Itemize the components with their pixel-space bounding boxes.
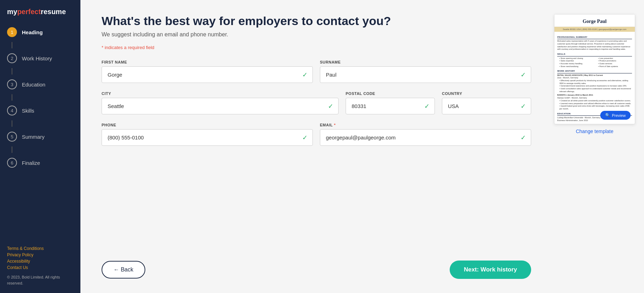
contact-form: FIRST NAME ✓ SURNAME ✓ CITY ✓ (102, 60, 531, 246)
sidebar-label-skills: Skills (22, 108, 34, 114)
sidebar-item-finalize[interactable]: 6 Finalize (0, 153, 80, 173)
city-group: CITY ✓ (102, 91, 339, 114)
resume-work-history-title: WORK HISTORY (557, 70, 632, 73)
country-group: COUNTRY ✓ (442, 91, 531, 114)
nav-connector-1 (12, 42, 12, 48)
email-check-icon: ✓ (521, 134, 526, 142)
required-note: * indicates a required field (102, 45, 531, 50)
sidebar-label-education: Education (22, 82, 45, 88)
form-row-1: FIRST NAME ✓ SURNAME ✓ (102, 60, 531, 83)
step-circle-5: 5 (7, 132, 17, 142)
postal-code-group: POSTAL CODE ✓ (346, 91, 435, 114)
first-name-check-icon: ✓ (302, 71, 308, 79)
step-circle-6: 6 (7, 158, 17, 168)
page-heading: What's the best way for employers to con… (102, 14, 531, 28)
city-wrapper: ✓ (102, 98, 339, 114)
city-input[interactable] (102, 98, 328, 114)
resume-work-entry-1: RETAIL SALES ASSOCIATE | May 2011 to Cur… (557, 74, 632, 93)
preview-panel: Gorge Paul Seattle 80331 USA | (800) 555… (552, 0, 644, 293)
sidebar-item-education[interactable]: 3 Education (0, 74, 80, 94)
step-circle-3: 3 (7, 79, 17, 89)
first-name-wrapper: ✓ (102, 66, 313, 83)
resume-skills: • Store opening and closing • Sales expe… (557, 57, 632, 68)
next-button[interactable]: Next: Work history (450, 261, 531, 279)
surname-label: SURNAME (320, 60, 531, 64)
country-check-icon: ✓ (521, 102, 526, 110)
resume-prof-summary: Motivated sales representative with 5 ye… (557, 40, 632, 51)
phone-label: PHONE (102, 123, 313, 127)
logo: myperfectresume (0, 0, 80, 22)
first-name-label: FIRST NAME (102, 60, 313, 64)
nav-connector-3 (12, 94, 12, 101)
resume-skills-left: • Store opening and closing • Sales expe… (557, 57, 593, 68)
back-button[interactable]: ← Back (102, 261, 145, 279)
resume-body: PROFESSIONAL SUMMARY Motivated sales rep… (554, 32, 635, 124)
sidebar: myperfectresume 1 Heading 2 Work History… (0, 0, 80, 293)
postal-code-wrapper: ✓ (346, 98, 435, 114)
page-subheading: We suggest including an email and phone … (102, 31, 531, 38)
sidebar-item-work-history[interactable]: 2 Work History (0, 48, 80, 68)
preview-icon: 🔍 (605, 113, 610, 118)
country-wrapper: ✓ (442, 98, 531, 114)
bottom-nav: ← Back Next: Work history (102, 261, 531, 279)
email-label: EMAIL * (320, 123, 531, 127)
nav-connector-5 (12, 146, 12, 153)
required-note-text: indicates a required field (105, 45, 154, 50)
step-circle-2: 2 (7, 53, 17, 63)
phone-wrapper: ✓ (102, 129, 313, 146)
main-content: What's the best way for employers to con… (80, 0, 552, 293)
nav-connector-4 (12, 120, 12, 127)
sidebar-label-work-history: Work History (22, 55, 52, 61)
form-row-2: CITY ✓ POSTAL CODE ✓ COUNTRY ✓ (102, 91, 531, 114)
logo-prefix: my (7, 8, 17, 16)
city-check-icon: ✓ (328, 102, 333, 110)
sidebar-item-summary[interactable]: 5 Summary (0, 127, 80, 146)
resume-prof-summary-title: PROFESSIONAL SUMMARY (557, 36, 632, 39)
nav-connector-2 (12, 68, 12, 74)
sidebar-item-skills[interactable]: 4 Skills (0, 101, 80, 120)
country-label: COUNTRY (442, 91, 531, 96)
surname-check-icon: ✓ (521, 71, 526, 79)
email-group: EMAIL * ✓ (320, 123, 531, 146)
country-input[interactable] (442, 98, 521, 114)
resume-name: Gorge Paul (557, 19, 632, 24)
phone-group: PHONE ✓ (102, 123, 313, 146)
privacy-link[interactable]: Privacy Policy (7, 252, 73, 257)
step-circle-1: 1 (7, 27, 17, 37)
sidebar-item-heading[interactable]: 1 Heading (0, 22, 80, 42)
step-circle-4: 4 (7, 106, 17, 115)
terms-link[interactable]: Terms & Conditions (7, 246, 73, 251)
change-template-button[interactable]: Change template (576, 128, 614, 134)
resume-skills-right: • Loss prevention • Product promotions •… (596, 57, 632, 68)
accessibility-link[interactable]: Accessibility (7, 259, 73, 264)
first-name-input[interactable] (102, 67, 302, 83)
contact-link[interactable]: Contact Us (7, 265, 73, 270)
sidebar-label-heading: Heading (22, 29, 43, 35)
copyright: © 2023, Bold Limited. All rights reserve… (7, 274, 73, 286)
form-row-3: PHONE ✓ EMAIL * ✓ (102, 123, 531, 146)
email-input[interactable] (320, 130, 521, 145)
logo-highlight: perfect (17, 8, 41, 16)
postal-code-input[interactable] (346, 98, 424, 114)
surname-input[interactable] (320, 67, 521, 83)
postal-code-label: POSTAL CODE (346, 91, 435, 96)
postal-code-check-icon: ✓ (424, 102, 430, 110)
surname-wrapper: ✓ (320, 66, 531, 83)
logo-suffix: resume (41, 8, 66, 16)
first-name-group: FIRST NAME ✓ (102, 60, 313, 83)
phone-input[interactable] (102, 130, 302, 145)
preview-label: Preview (612, 113, 626, 118)
sidebar-label-finalize: Finalize (22, 160, 40, 166)
resume-skills-title: SKILLS (557, 53, 632, 56)
sidebar-label-summary: Summary (22, 134, 44, 140)
resume-work-entry-2: BARISTA | January 2010 to March 2011 Sta… (557, 94, 632, 110)
preview-button[interactable]: 🔍 Preview (600, 111, 631, 120)
resume-card: Gorge Paul Seattle 80331 USA | (800) 555… (554, 14, 635, 124)
resume-contact-bar: Seattle 80331 USA | (800) 555-0100 | geo… (554, 27, 635, 32)
email-wrapper: ✓ (320, 129, 531, 146)
surname-group: SURNAME ✓ (320, 60, 531, 83)
resume-header: Gorge Paul (554, 14, 635, 27)
city-label: CITY (102, 91, 339, 96)
phone-check-icon: ✓ (302, 134, 308, 142)
sidebar-footer: Terms & Conditions Privacy Policy Access… (0, 239, 80, 293)
